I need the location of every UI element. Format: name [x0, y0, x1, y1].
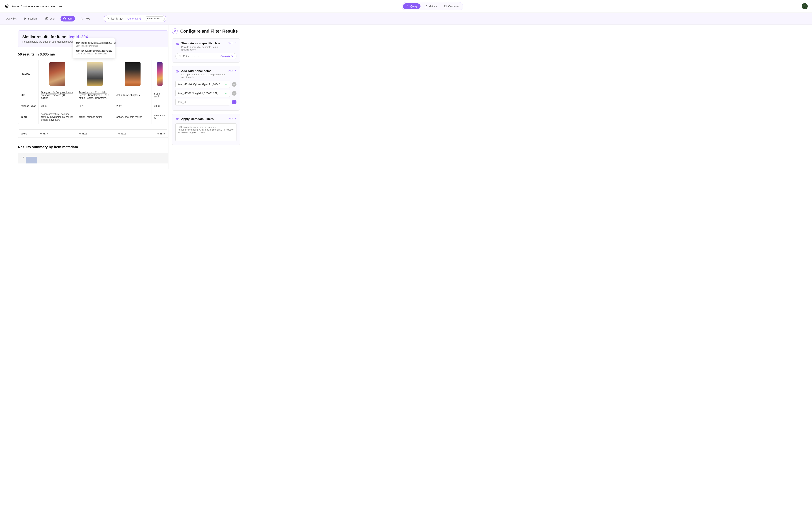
result-year: 2023 — [38, 102, 76, 110]
docs-link-label: Docs — [228, 117, 233, 120]
row-header-genre: genre — [18, 110, 38, 124]
query-by-item[interactable]: Item — [60, 16, 75, 22]
similar-results-prefix: Similar results for item: — [23, 34, 68, 39]
query-by-session-label: Session — [28, 17, 37, 20]
remove-item-button[interactable]: − — [232, 82, 236, 87]
result-score: 0.9837 — [38, 130, 77, 138]
filters-title: Apply Metadata Filters — [181, 117, 226, 121]
puzzle-icon — [63, 17, 66, 20]
results-table: Preview title Dungeons & Dragons: Honor … — [18, 60, 168, 124]
shuffle-icon — [231, 55, 233, 57]
poster-thumbnail[interactable] — [49, 62, 65, 86]
additional-items-title: Add Additional Items — [181, 69, 226, 73]
row-header-preview: Preview — [18, 60, 38, 88]
user-icon — [45, 17, 48, 20]
tab-query[interactable]: Query — [403, 3, 420, 9]
item-id-field[interactable]: item_id63262lkslgjhlkdlj325631;252; — [175, 90, 230, 97]
result-year: 2020 — [76, 102, 114, 110]
svg-point-8 — [177, 43, 178, 44]
query-by-text[interactable]: Text — [78, 16, 92, 22]
query-by-label: Query by: — [6, 17, 17, 20]
search-icon — [178, 55, 182, 58]
result-year: 2023 — [151, 102, 168, 110]
item-id-field[interactable]: item_id3xdktj38yksks39gjak21t;20340t — [175, 81, 230, 88]
query-by-text-label: Text — [85, 17, 90, 20]
svg-point-5 — [46, 18, 47, 19]
additional-items-sub: Add up to 5 items to see a complementary… — [181, 73, 226, 79]
svg-point-0 — [407, 5, 408, 7]
check-icon — [224, 92, 228, 95]
metadata-filters-card: Apply Metadata Filters Docs — [172, 114, 240, 145]
layout-icon — [444, 5, 447, 8]
check-icon — [224, 83, 228, 86]
avatar[interactable]: J — [802, 3, 808, 9]
result-genre: action-adventure, science-fantasy, psych… — [38, 110, 76, 124]
chart-bar — [26, 157, 37, 163]
svg-point-2 — [24, 18, 25, 19]
additional-items-card: Add Additional Items Add up to 5 items t… — [172, 66, 240, 111]
result-genre: animation, fa — [151, 110, 168, 124]
simulate-user-title: Simulate as a specific User — [181, 42, 226, 45]
result-title-link[interactable]: Transformers: Rise of the Beasts. Transf… — [79, 91, 109, 99]
svg-rect-1 — [445, 5, 447, 8]
query-by-item-label: Item — [68, 17, 72, 20]
simulate-user-sub: Provide a user id or generate from a spe… — [181, 46, 226, 51]
svg-point-3 — [26, 18, 26, 19]
sql-filter-textarea[interactable] — [175, 123, 236, 141]
score-table: score 0.9837 0.9322 0.9112 0.8837 — [18, 129, 168, 138]
result-title-link[interactable]: John Wick: Chapter 4 — [116, 94, 140, 97]
svg-point-9 — [179, 55, 180, 57]
search-icon — [406, 5, 409, 8]
breadcrumb-home[interactable]: Home — [12, 5, 19, 8]
users-icon — [175, 42, 179, 46]
remove-item-button[interactable]: − — [232, 91, 236, 96]
breadcrumb-project[interactable]: outdoorsy_recommendation_prod — [23, 5, 63, 8]
session-icon — [24, 17, 27, 20]
add-item-button[interactable]: + — [232, 100, 236, 104]
result-title-link[interactable]: Dungeons & Dragons: Honor amongst Thieve… — [41, 91, 73, 99]
random-item-button[interactable]: Random Item — [145, 16, 165, 21]
poster-thumbnail[interactable] — [125, 62, 141, 86]
close-panel-button[interactable] — [172, 28, 178, 34]
result-score: 0.9112 — [116, 130, 155, 138]
generate-user-link[interactable]: Generate — [220, 55, 233, 58]
docs-link-label: Docs — [228, 42, 233, 44]
docs-link[interactable]: Docs — [228, 42, 236, 44]
search-input[interactable] — [111, 17, 126, 20]
chart-icon — [424, 5, 427, 8]
search-icon — [107, 17, 110, 20]
tab-query-label: Query — [410, 5, 417, 8]
close-icon — [173, 30, 176, 32]
query-by-user[interactable]: User — [43, 16, 57, 22]
item-id-field[interactable]: item_id — [175, 99, 230, 105]
external-link-icon — [234, 70, 236, 72]
tab-overview[interactable]: Overview — [441, 3, 462, 9]
breadcrumb: Home / outdoorsy_recommendation_prod — [12, 5, 63, 8]
chart-ytick: 25 — [21, 156, 24, 159]
result-score: 0.8837 — [155, 130, 168, 138]
shuffle-icon — [139, 17, 141, 20]
summary-chart: 25 — [18, 153, 168, 163]
docs-link[interactable]: Docs — [228, 117, 236, 120]
row-header-score: score — [18, 130, 38, 138]
result-title-link[interactable]: Super Mario — [154, 92, 161, 98]
poster-thumbnail[interactable] — [87, 62, 103, 86]
query-by-user-label: User — [49, 17, 55, 20]
result-score: 0.9322 — [77, 130, 116, 138]
logo-icon — [4, 4, 9, 9]
filter-icon — [175, 118, 179, 121]
generate-link[interactable]: Generate — [128, 17, 141, 20]
item-id-value: item_id3xdktj38yksks39gjak21t;20340t — [178, 83, 221, 86]
text-icon — [81, 17, 84, 20]
additional-items-tooltip: item_id3xdktj38yksks39gjak21t;20340t Sta… — [73, 38, 115, 58]
tooltip-item-id: item_id3xdktj38yksks39gjak21t;20340t — [76, 42, 113, 44]
poster-thumbnail[interactable] — [157, 62, 162, 86]
tab-metrics[interactable]: Metrics — [421, 3, 440, 9]
external-link-icon — [234, 117, 236, 120]
docs-link-label: Docs — [228, 69, 233, 72]
sidepanel-title: Configure and Filter Results — [180, 29, 238, 34]
query-by-session[interactable]: Session — [21, 16, 39, 22]
result-year: 2022 — [114, 102, 151, 110]
docs-link[interactable]: Docs — [228, 69, 236, 72]
user-id-input[interactable] — [183, 55, 219, 58]
